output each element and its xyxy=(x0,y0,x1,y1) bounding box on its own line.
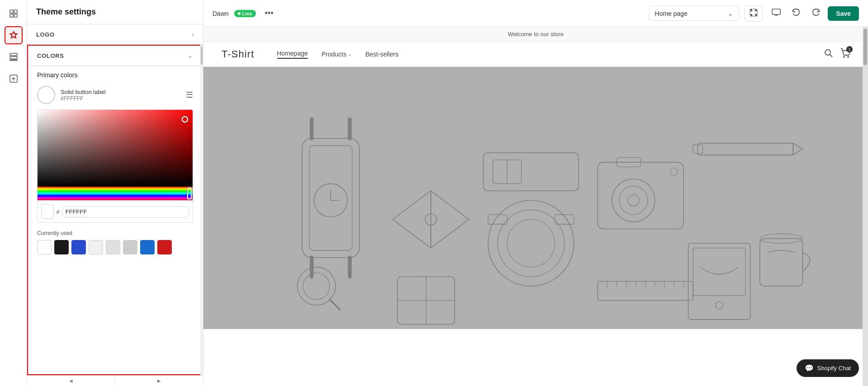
save-btn[interactable]: Save xyxy=(828,6,859,21)
search-nav-btn[interactable] xyxy=(824,48,833,60)
svg-point-32 xyxy=(488,200,574,286)
nav-link-homepage[interactable]: Homepage xyxy=(277,50,308,59)
topbar-right-controls: Save xyxy=(768,6,859,21)
hue-slider[interactable] xyxy=(38,187,193,200)
sidebar-vertical-scrollbar[interactable] xyxy=(200,45,203,375)
svg-point-50 xyxy=(303,273,330,300)
swatch-black[interactable] xyxy=(54,240,69,254)
svg-rect-15 xyxy=(772,9,780,14)
primary-colors-label: Primary colors xyxy=(28,66,202,82)
svg-point-14 xyxy=(755,14,757,15)
hex-swatch-preview xyxy=(41,204,54,219)
svg-point-43 xyxy=(628,195,639,206)
page-selector-chevron-icon: ⌄ xyxy=(727,9,733,18)
svg-rect-55 xyxy=(760,239,803,286)
undo-btn[interactable] xyxy=(788,6,804,21)
solid-button-color-circle[interactable] xyxy=(37,86,55,104)
sidebar-scroll-arrows: ◀ ▶ xyxy=(27,375,203,386)
top-bar: Dawn Live ••• Home page ⌄ xyxy=(203,0,868,27)
svg-rect-5 xyxy=(10,56,17,59)
scroll-left-btn[interactable]: ◀ xyxy=(27,376,115,386)
solid-button-name: Solid button label xyxy=(61,89,180,95)
swatch-light-gray[interactable] xyxy=(89,240,103,254)
page-selector-text: Home page xyxy=(655,10,687,17)
svg-rect-1 xyxy=(14,10,17,13)
hue-strip-row xyxy=(38,187,193,200)
color-picker-cursor[interactable] xyxy=(182,116,188,122)
swatch-dark-blue[interactable] xyxy=(140,240,155,254)
layout-icon-btn[interactable] xyxy=(5,5,23,23)
colors-header-row[interactable]: COLORS ⌄ xyxy=(28,46,202,66)
redo-btn[interactable] xyxy=(808,6,824,21)
store-name: Dawn xyxy=(212,10,229,17)
sidebar-title: Theme settings xyxy=(27,0,203,24)
preview-scrollbar-thumb xyxy=(863,29,867,65)
svg-marker-47 xyxy=(793,143,802,155)
chat-label: Shopify Chat xyxy=(817,365,851,372)
nav-link-products[interactable]: Products ⌄ xyxy=(321,51,352,58)
layers-icon-solid: ☰ xyxy=(186,90,193,100)
main-area: Dawn Live ••• Home page ⌄ xyxy=(203,0,868,386)
svg-point-34 xyxy=(507,219,555,267)
hex-hash-symbol: # xyxy=(57,208,60,215)
nav-icons: 1 xyxy=(824,48,850,60)
live-dot xyxy=(238,12,241,15)
svg-point-13 xyxy=(751,14,752,15)
solid-button-color-row[interactable]: Solid button label #FFFFFF ☰ xyxy=(28,82,202,108)
live-badge: Live xyxy=(234,10,256,17)
svg-rect-3 xyxy=(14,14,17,17)
logo-section-row[interactable]: LOGO ‹ xyxy=(27,24,203,45)
swatch-white[interactable] xyxy=(37,240,52,254)
sidebar-scrollbar-thumb xyxy=(201,47,203,65)
nav-products-text: Products xyxy=(321,51,346,58)
logo-label: LOGO xyxy=(36,31,55,38)
live-label: Live xyxy=(242,11,252,16)
cart-nav-btn[interactable]: 1 xyxy=(840,48,850,60)
hue-cursor[interactable] xyxy=(187,188,192,199)
currently-used-label: Currently used xyxy=(28,226,202,238)
svg-point-45 xyxy=(670,168,678,176)
swatch-blue[interactable] xyxy=(71,240,86,254)
svg-point-54 xyxy=(716,301,723,309)
store-logo: T-Shirt xyxy=(222,48,255,60)
color-swatches-row xyxy=(28,238,202,258)
add-section-icon-btn[interactable] xyxy=(5,70,23,88)
solid-button-hex: #FFFFFF xyxy=(61,95,180,102)
solid-button-info: Solid button label #FFFFFF xyxy=(61,89,180,102)
svg-point-33 xyxy=(498,210,565,277)
colors-chevron-icon: ⌄ xyxy=(188,52,193,59)
desktop-view-btn[interactable] xyxy=(768,6,784,21)
svg-rect-2 xyxy=(10,14,13,17)
page-selector-dropdown[interactable]: Home page ⌄ xyxy=(649,6,739,21)
sections-icon-btn[interactable] xyxy=(5,48,23,66)
swatch-gray[interactable] xyxy=(106,240,120,254)
svg-line-51 xyxy=(330,300,340,310)
logo-chevron-left-icon: ‹ xyxy=(192,31,194,38)
store-announcement-bar: Welcome to our store xyxy=(203,27,868,42)
svg-rect-53 xyxy=(693,248,745,296)
svg-rect-37 xyxy=(483,153,579,191)
colors-section: COLORS ⌄ Primary colors Solid button lab… xyxy=(27,45,203,375)
cart-badge: 1 xyxy=(846,46,853,52)
scroll-right-btn[interactable]: ▶ xyxy=(115,376,203,386)
nav-link-bestsellers[interactable]: Best-sellers xyxy=(365,51,398,58)
swatch-red[interactable] xyxy=(157,240,172,254)
swatch-medium-gray[interactable] xyxy=(123,240,137,254)
chat-widget[interactable]: 💬 Shopify Chat xyxy=(797,359,859,377)
gradient-layer-dark xyxy=(38,110,193,187)
preview-frame: Welcome to our store T-Shirt Homepage Pr… xyxy=(203,27,868,386)
colors-label: COLORS xyxy=(37,52,64,59)
svg-point-11 xyxy=(751,9,752,11)
svg-rect-52 xyxy=(688,243,750,320)
svg-point-42 xyxy=(619,186,648,215)
hex-text-input[interactable] xyxy=(62,206,189,217)
theme-settings-icon-btn[interactable] xyxy=(5,26,23,44)
svg-point-12 xyxy=(755,9,757,11)
more-options-btn[interactable]: ••• xyxy=(261,7,277,20)
sidebar: Theme settings LOGO ‹ COLORS ⌄ Primary c… xyxy=(27,0,203,386)
selection-tool-btn[interactable] xyxy=(745,5,763,22)
color-gradient-area[interactable] xyxy=(38,110,193,187)
preview-scrollbar[interactable] xyxy=(863,27,868,386)
svg-rect-4 xyxy=(10,53,17,56)
svg-rect-6 xyxy=(10,60,17,61)
